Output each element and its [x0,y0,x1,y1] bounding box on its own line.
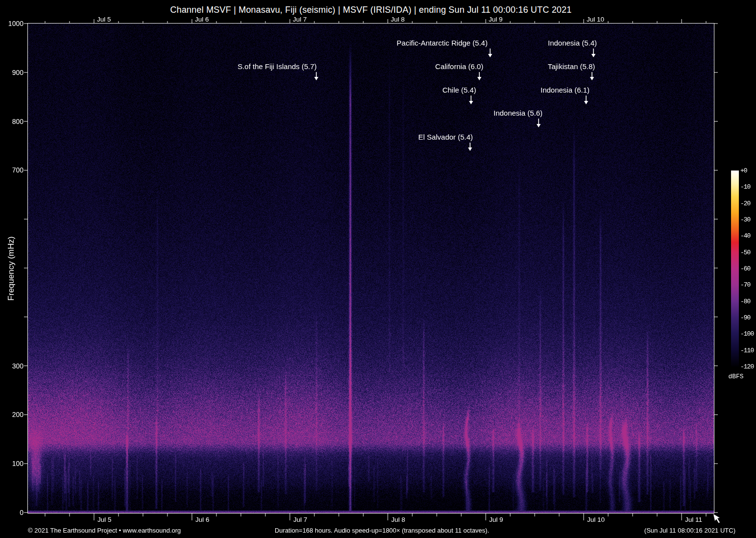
bottom-date-label: Jul 7 [293,516,307,523]
event-annotation: California (6.0) [435,62,483,71]
y-tick-label: 200 [3,411,24,418]
event-annotation: Chile (5.4) [442,86,476,94]
event-annotation: Indonesia (5.4) [548,39,597,47]
colorbar-tick-label: -90 [740,315,756,321]
event-annotation: Indonesia (5.6) [494,109,543,117]
colorbar-unit-label: dBFS [728,373,744,380]
colorbar-tick-label: -60 [740,266,756,272]
top-date-label: Jul 7 [293,16,307,23]
colorbar-tick-label: -30 [740,217,756,223]
y-tick-label: 0 [3,509,24,516]
y-tick-label: 300 [3,363,24,369]
y-tick-label: 1000 [3,20,24,27]
colorbar-tick-label: -50 [740,249,756,256]
event-annotation: Tajikistan (5.8) [548,62,595,71]
event-annotation: Pacific-Antarctic Ridge (5.4) [397,39,488,47]
render-timestamp-text: (Sun Jul 11 08:00:16 2021 UTC) [644,527,735,534]
colorbar-tick-label: -40 [740,233,756,239]
colorbar-tick-label: -110 [740,347,756,354]
colorbar-tick-label: -100 [740,331,756,337]
event-annotation: S.of the Fiji Islands (5.7) [237,62,317,71]
colorbar-tick-label: +0 [740,168,756,174]
top-date-label: Jul 8 [391,16,405,23]
top-date-label: Jul 9 [489,16,503,23]
bottom-date-label: Jul 5 [97,516,112,523]
top-date-label: Jul 10 [587,16,604,23]
page-title: Channel MSVF | Monasavu, Fiji (seismic) … [28,5,714,15]
top-date-label: Jul 5 [97,16,111,23]
colorbar-tick-label: -120 [740,364,756,370]
duration-text: Duration=168 hours. Audio speed-up=1800×… [0,527,756,534]
bottom-date-label: Jul 9 [489,516,503,523]
y-tick-label: 900 [3,69,24,76]
colorbar-tick-label: -20 [740,200,756,207]
y-tick-label: 800 [3,118,24,125]
colorbar-tick-label: -80 [740,298,756,305]
spectrogram-plot [28,24,714,513]
top-date-label: Jul 6 [195,16,209,23]
bottom-date-label: Jul 8 [391,516,405,523]
colorbar-tick-label: -10 [740,184,756,190]
event-annotation: El Salvador (5.4) [418,133,473,141]
bottom-date-label: Jul 6 [195,516,210,523]
event-annotation: Indonesia (6.1) [541,86,590,94]
y-tick-label: 100 [3,460,24,467]
bottom-date-label: Jul 11 [685,516,702,523]
mouse-cursor [713,514,720,523]
bottom-date-label: Jul 10 [587,516,605,523]
spectrogram-app: Channel MSVF | Monasavu, Fiji (seismic) … [0,0,756,538]
y-tick-label: 700 [3,167,24,173]
colorbar-tick-label: -70 [740,282,756,288]
colorbar [731,171,739,367]
y-axis-title: Frequency (mHz) [6,229,16,308]
